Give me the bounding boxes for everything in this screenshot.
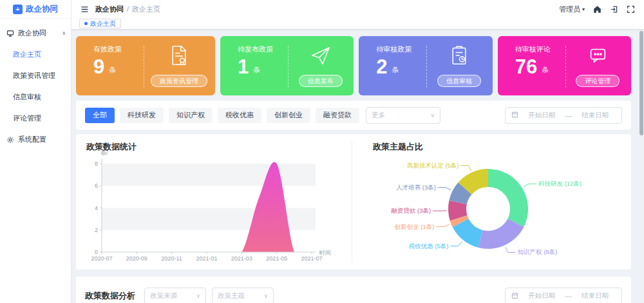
dashed-divider xyxy=(565,46,566,88)
policy-topic-chart-section: 政策主题占比 科技研发 (12条)知识产权 (8条)税收优惠 (5条)创新创业 … xyxy=(352,134,631,269)
donut-label-line xyxy=(506,247,516,252)
card-label: 待审核评论 xyxy=(515,44,564,54)
card-value: 9 xyxy=(93,58,104,76)
dashboard-icon xyxy=(6,30,14,37)
x-tick-label: 2020-07 xyxy=(91,255,112,262)
filter-chip-all[interactable]: 全部 xyxy=(85,108,115,123)
dashed-divider xyxy=(288,46,289,88)
analysis-date-range-picker[interactable]: 开始日期 — 结束日期 xyxy=(505,288,622,303)
sidebar: + 政企协同 政企协同 ∧ 政企主页 政策资讯管理 信息审核 评论管理 xyxy=(0,0,71,303)
logout-icon[interactable] xyxy=(610,5,618,14)
topbar-actions: 管理员 ▾ xyxy=(559,5,635,14)
donut-label: 知识产权 (8条) xyxy=(518,248,558,255)
certificate-document-icon xyxy=(169,44,189,68)
x-tick-label: 2020-09 xyxy=(126,255,147,262)
chevron-down-icon: ∨ xyxy=(263,293,268,299)
breadcrumb-separator: / xyxy=(127,5,129,13)
chat-bubble-icon xyxy=(587,44,609,68)
donut-label-line xyxy=(438,188,451,190)
card-label: 待发布政策 xyxy=(238,44,287,54)
donut-label: 创新创业 (1条) xyxy=(395,223,435,230)
vertical-scrollbar[interactable] xyxy=(639,31,643,135)
app-window: + 政企协同 政企协同 ∧ 政企主页 政策资讯管理 信息审核 评论管理 xyxy=(0,0,644,303)
policy-news-manage-button[interactable]: 政策资讯管理 xyxy=(151,75,207,87)
filter-chip-tech-rd[interactable]: 科技研发 xyxy=(120,108,164,123)
breadcrumb: 政企协同 / 政企主页 xyxy=(95,5,160,14)
donut-slice-1[interactable] xyxy=(488,169,528,227)
info-publish-button[interactable]: 信息发布 xyxy=(299,75,343,87)
grid-stripe xyxy=(102,164,316,186)
donut-label: 人才培养 (3条) xyxy=(396,184,436,191)
sidebar-item-system-config[interactable]: 系统配置 xyxy=(0,129,71,150)
user-menu[interactable]: 管理员 ▾ xyxy=(559,5,585,14)
start-date-input[interactable]: 开始日期 xyxy=(521,111,562,120)
active-tab-dot-icon xyxy=(84,22,88,25)
logo: + 政企协同 xyxy=(0,0,71,19)
page-content: 有效政策 9 条 政策 xyxy=(71,30,644,303)
logo-title: 政企协同 xyxy=(26,4,58,15)
select-placeholder: 更多 xyxy=(372,111,385,120)
donut-label-line xyxy=(461,166,471,171)
analysis-title: 政策数据分析 xyxy=(85,290,135,302)
sidebar-group-collaboration[interactable]: 政企协同 ∧ xyxy=(0,23,71,44)
breadcrumb-current: 政企主页 xyxy=(132,5,160,14)
policy-stats-chart-section: 政策数据统计 024682020-072020-092020-112021-01… xyxy=(76,134,352,269)
chevron-down-icon: ∨ xyxy=(430,112,435,119)
filter-chip-financing[interactable]: 融资贷款 xyxy=(316,108,359,123)
y-tick-label: 8 xyxy=(95,161,98,167)
tab-label: 政企主页 xyxy=(90,19,116,28)
card-value: 2 xyxy=(376,58,387,76)
policy-stats-area-chart[interactable]: 024682020-072020-092020-112021-012021-03… xyxy=(76,134,352,269)
charts-panel: 政策数据统计 024682020-072020-092020-112021-01… xyxy=(76,134,631,269)
chevron-down-icon: ▾ xyxy=(582,6,585,12)
y-tick-label: 6 xyxy=(95,182,98,189)
donut-label-line xyxy=(436,224,449,226)
end-date-input[interactable]: 结束日期 xyxy=(574,111,616,120)
y-tick-label: 0 xyxy=(95,249,98,255)
comment-manage-button[interactable]: 评论管理 xyxy=(576,75,620,87)
sidebar-group-label: 政企协同 xyxy=(18,28,46,38)
stat-card-pending-comments: 待审核评论 76 条 xyxy=(498,36,631,95)
filter-chip-innovation[interactable]: 创新创业 xyxy=(267,108,310,123)
card-value: 76 xyxy=(515,58,537,76)
start-date-input[interactable]: 开始日期 xyxy=(521,291,562,300)
policy-topic-donut-chart[interactable]: 科技研发 (12条)知识产权 (8条)税收优惠 (5条)创新创业 (1条)融资贷… xyxy=(352,134,632,269)
end-date-input[interactable]: 结束日期 xyxy=(574,291,616,300)
fullscreen-icon[interactable] xyxy=(627,5,635,14)
analysis-panel: 政策数据分析 政策来源 ∨ 政策主题 ∨ 开始日期 — xyxy=(76,277,631,303)
logo-icon: + xyxy=(13,5,23,14)
stat-card-pending-review: 待审核政策 2 条 信 xyxy=(359,36,492,95)
breadcrumb-root[interactable]: 政企协同 xyxy=(95,5,124,14)
gear-icon xyxy=(6,136,14,144)
card-stats: 有效政策 9 条 xyxy=(93,44,142,88)
select-placeholder: 政策主题 xyxy=(218,291,245,300)
dashed-divider xyxy=(144,46,144,88)
card-unit: 条 xyxy=(253,65,260,76)
home-icon[interactable] xyxy=(593,5,601,14)
x-axis-name: 时间 xyxy=(319,249,331,256)
sidebar-item-info-review[interactable]: 信息审核 xyxy=(0,86,71,108)
policy-source-select[interactable]: 政策来源 ∨ xyxy=(144,288,206,303)
calendar-icon xyxy=(511,292,518,300)
policy-topic-select[interactable]: 政策主题 ∨ xyxy=(212,288,274,303)
sidebar-item-comment-mgmt[interactable]: 评论管理 xyxy=(0,108,71,129)
collapse-sidebar-icon[interactable] xyxy=(80,5,89,14)
card-label: 待审核政策 xyxy=(376,44,425,54)
sidebar-config-label: 系统配置 xyxy=(18,135,46,144)
filter-chip-ip[interactable]: 知识产权 xyxy=(169,108,213,123)
filter-chip-tax[interactable]: 税收优惠 xyxy=(218,108,261,123)
tags-bar: 政企主页 xyxy=(71,18,644,30)
x-tick-label: 2021-07 xyxy=(301,255,322,262)
donut-label-line xyxy=(524,184,536,187)
sidebar-item-home[interactable]: 政企主页 xyxy=(0,44,71,65)
date-range-picker[interactable]: 开始日期 — 结束日期 xyxy=(505,107,622,124)
more-topics-select[interactable]: 更多 ∨ xyxy=(366,107,440,124)
chevron-down-icon: ∨ xyxy=(196,293,200,299)
filter-panel: 全部 科技研发 知识产权 税收优惠 创新创业 融资贷款 更多 ∨ 开始日期 xyxy=(76,101,631,130)
card-unit: 条 xyxy=(542,65,549,76)
info-review-button[interactable]: 信息审核 xyxy=(437,75,481,87)
tab-home-page[interactable]: 政企主页 xyxy=(79,19,121,28)
paper-plane-icon xyxy=(310,44,332,68)
x-tick-label: 2020-11 xyxy=(162,255,182,262)
sidebar-item-policy-news[interactable]: 政策资讯管理 xyxy=(0,65,71,86)
